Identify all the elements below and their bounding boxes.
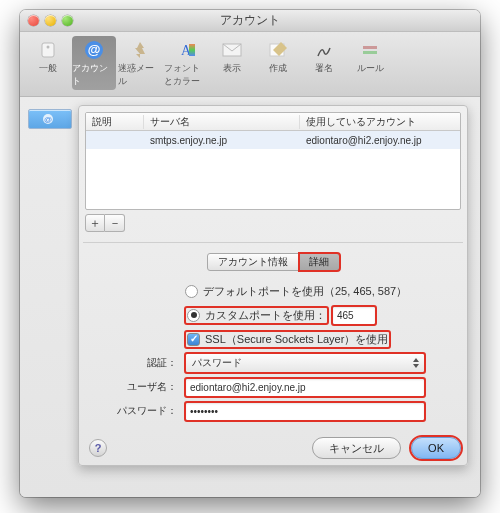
password-row: パスワード：	[85, 399, 461, 423]
account-list-item[interactable]: @	[28, 109, 72, 129]
default-ports-radio[interactable]	[185, 285, 198, 298]
divider	[83, 242, 463, 243]
ssl-label: SSL（Secure Sockets Layer）を使用	[205, 332, 388, 347]
svg-rect-9	[363, 51, 377, 54]
sheet-tabs: アカウント情報 詳細	[85, 253, 461, 271]
window-title: アカウント	[20, 12, 480, 29]
col-account: 使用しているアカウント	[300, 115, 460, 129]
add-button[interactable]: ＋	[85, 214, 105, 232]
username-label: ユーザ名：	[85, 380, 185, 394]
svg-rect-8	[363, 46, 377, 49]
cancel-button[interactable]: キャンセル	[312, 437, 401, 459]
smtp-server-sheet: 説明 サーバ名 使用しているアカウント smtps.enjoy.ne.jp ed…	[78, 105, 468, 466]
password-input[interactable]	[185, 402, 425, 421]
signature-icon	[310, 38, 338, 62]
compose-icon	[264, 38, 292, 62]
content-area: @ 説明 サーバ名 使用しているアカウント smtps.enjoy.ne.jp …	[20, 97, 480, 497]
svg-rect-0	[42, 43, 54, 57]
toolbar-signatures[interactable]: 署名	[302, 36, 346, 90]
switch-icon	[34, 38, 62, 62]
tab-advanced[interactable]: 詳細	[299, 253, 340, 271]
ssl-checkbox[interactable]	[187, 333, 200, 346]
auth-select[interactable]: パスワード	[185, 353, 425, 373]
toolbar-junk[interactable]: 迷惑メール	[118, 36, 162, 90]
custom-port-label: カスタムポートを使用：	[205, 308, 326, 323]
recycle-icon	[126, 38, 154, 62]
add-remove-buttons: ＋ －	[85, 214, 461, 232]
default-ports-row: デフォルトポートを使用（25, 465, 587）	[85, 279, 461, 303]
svg-text:@: @	[88, 42, 101, 57]
col-desc: 説明	[86, 115, 144, 129]
username-row: ユーザ名：	[85, 375, 461, 399]
titlebar: アカウント	[20, 10, 480, 32]
ssl-row: SSL（Secure Sockets Layer）を使用	[85, 327, 461, 351]
toolbar: 一般 @ アカウント 迷惑メール A フォントとカラー 表示	[20, 32, 480, 97]
rules-icon	[356, 38, 384, 62]
toolbar-accounts[interactable]: @ アカウント	[72, 36, 116, 90]
table-row[interactable]: smtps.enjoy.ne.jp ediontaro@hi2.enjoy.ne…	[86, 131, 460, 149]
toolbar-composing[interactable]: 作成	[256, 36, 300, 90]
tab-account-info[interactable]: アカウント情報	[207, 253, 299, 271]
at-icon: @	[80, 38, 108, 62]
default-ports-label: デフォルトポートを使用（25, 465, 587）	[203, 284, 407, 299]
password-label: パスワード：	[85, 404, 185, 418]
svg-text:@: @	[44, 115, 52, 124]
table-header: 説明 サーバ名 使用しているアカウント	[86, 113, 460, 131]
svg-point-1	[47, 46, 50, 49]
col-server: サーバ名	[144, 115, 300, 129]
custom-port-row: カスタムポートを使用：	[85, 303, 461, 327]
auth-row: 認証： パスワード	[85, 351, 461, 375]
envelope-icon	[218, 38, 246, 62]
toolbar-rules[interactable]: ルール	[348, 36, 392, 90]
toolbar-viewing[interactable]: 表示	[210, 36, 254, 90]
sheet-footer: ? キャンセル OK	[85, 437, 461, 459]
svg-rect-5	[189, 44, 195, 56]
toolbar-fonts[interactable]: A フォントとカラー	[164, 36, 208, 90]
ok-button[interactable]: OK	[411, 437, 461, 459]
auth-label: 認証：	[85, 356, 185, 370]
remove-button[interactable]: －	[105, 214, 125, 232]
custom-port-radio[interactable]	[187, 309, 200, 322]
at-small-icon: @	[42, 113, 58, 125]
preferences-window: アカウント 一般 @ アカウント 迷惑メール A フォントとカラー	[20, 10, 480, 497]
toolbar-general[interactable]: 一般	[26, 36, 70, 90]
help-button[interactable]: ?	[89, 439, 107, 457]
username-input[interactable]	[185, 378, 425, 397]
server-table[interactable]: 説明 サーバ名 使用しているアカウント smtps.enjoy.ne.jp ed…	[85, 112, 461, 210]
font-icon: A	[172, 38, 200, 62]
custom-port-input[interactable]	[332, 306, 376, 325]
